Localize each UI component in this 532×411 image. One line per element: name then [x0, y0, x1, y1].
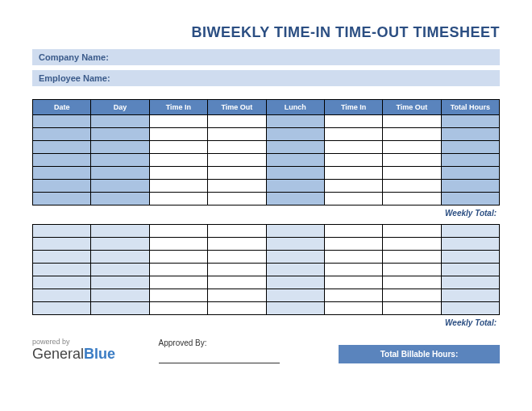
cell[interactable]	[324, 167, 382, 180]
cell[interactable]	[33, 154, 91, 167]
cell[interactable]	[208, 141, 266, 154]
cell[interactable]	[33, 276, 91, 289]
cell[interactable]	[324, 180, 382, 193]
cell[interactable]	[33, 302, 91, 315]
cell[interactable]	[383, 141, 441, 154]
cell[interactable]	[441, 289, 499, 302]
cell[interactable]	[208, 276, 266, 289]
cell[interactable]	[441, 167, 499, 180]
cell[interactable]	[91, 289, 149, 302]
cell[interactable]	[91, 193, 149, 206]
cell[interactable]	[441, 154, 499, 167]
cell[interactable]	[324, 128, 382, 141]
cell[interactable]	[149, 180, 207, 193]
cell[interactable]	[33, 180, 91, 193]
cell[interactable]	[324, 264, 382, 276]
cell[interactable]	[208, 289, 266, 302]
cell[interactable]	[324, 238, 382, 251]
cell[interactable]	[324, 154, 382, 167]
cell[interactable]	[441, 180, 499, 193]
cell[interactable]	[383, 115, 441, 128]
cell[interactable]	[91, 154, 149, 167]
cell[interactable]	[149, 276, 207, 289]
cell[interactable]	[441, 115, 499, 128]
cell[interactable]	[383, 302, 441, 315]
cell[interactable]	[266, 167, 324, 180]
cell[interactable]	[441, 128, 499, 141]
cell[interactable]	[149, 167, 207, 180]
cell[interactable]	[149, 225, 207, 238]
cell[interactable]	[149, 193, 207, 206]
cell[interactable]	[33, 251, 91, 264]
cell[interactable]	[149, 154, 207, 167]
cell[interactable]	[149, 264, 207, 276]
cell[interactable]	[91, 276, 149, 289]
cell[interactable]	[91, 251, 149, 264]
cell[interactable]	[266, 225, 324, 238]
cell[interactable]	[383, 276, 441, 289]
cell[interactable]	[441, 225, 499, 238]
cell[interactable]	[441, 238, 499, 251]
cell[interactable]	[266, 115, 324, 128]
cell[interactable]	[91, 238, 149, 251]
cell[interactable]	[324, 225, 382, 238]
employee-name-row[interactable]: Employee Name:	[32, 70, 500, 86]
cell[interactable]	[149, 251, 207, 264]
cell[interactable]	[91, 225, 149, 238]
cell[interactable]	[208, 115, 266, 128]
cell[interactable]	[266, 180, 324, 193]
cell[interactable]	[266, 289, 324, 302]
cell[interactable]	[383, 238, 441, 251]
cell[interactable]	[91, 180, 149, 193]
cell[interactable]	[91, 302, 149, 315]
cell[interactable]	[266, 264, 324, 276]
cell[interactable]	[266, 238, 324, 251]
cell[interactable]	[149, 115, 207, 128]
cell[interactable]	[208, 225, 266, 238]
cell[interactable]	[324, 115, 382, 128]
cell[interactable]	[149, 128, 207, 141]
cell[interactable]	[383, 128, 441, 141]
cell[interactable]	[441, 141, 499, 154]
cell[interactable]	[91, 167, 149, 180]
cell[interactable]	[324, 276, 382, 289]
cell[interactable]	[33, 193, 91, 206]
cell[interactable]	[149, 238, 207, 251]
cell[interactable]	[33, 238, 91, 251]
cell[interactable]	[324, 193, 382, 206]
cell[interactable]	[266, 276, 324, 289]
cell[interactable]	[208, 193, 266, 206]
cell[interactable]	[33, 289, 91, 302]
cell[interactable]	[33, 115, 91, 128]
cell[interactable]	[208, 238, 266, 251]
cell[interactable]	[208, 264, 266, 276]
cell[interactable]	[208, 154, 266, 167]
cell[interactable]	[383, 167, 441, 180]
approved-by-line[interactable]	[159, 349, 280, 363]
cell[interactable]	[91, 115, 149, 128]
cell[interactable]	[33, 167, 91, 180]
cell[interactable]	[383, 193, 441, 206]
cell[interactable]	[266, 193, 324, 206]
cell[interactable]	[208, 167, 266, 180]
cell[interactable]	[383, 251, 441, 264]
cell[interactable]	[33, 141, 91, 154]
cell[interactable]	[324, 289, 382, 302]
cell[interactable]	[441, 193, 499, 206]
cell[interactable]	[383, 264, 441, 276]
cell[interactable]	[266, 141, 324, 154]
cell[interactable]	[33, 225, 91, 238]
cell[interactable]	[266, 251, 324, 264]
cell[interactable]	[33, 264, 91, 276]
cell[interactable]	[149, 302, 207, 315]
cell[interactable]	[383, 180, 441, 193]
cell[interactable]	[208, 180, 266, 193]
cell[interactable]	[91, 128, 149, 141]
cell[interactable]	[441, 302, 499, 315]
cell[interactable]	[266, 154, 324, 167]
cell[interactable]	[208, 128, 266, 141]
cell[interactable]	[383, 289, 441, 302]
cell[interactable]	[383, 154, 441, 167]
cell[interactable]	[149, 141, 207, 154]
cell[interactable]	[441, 264, 499, 276]
